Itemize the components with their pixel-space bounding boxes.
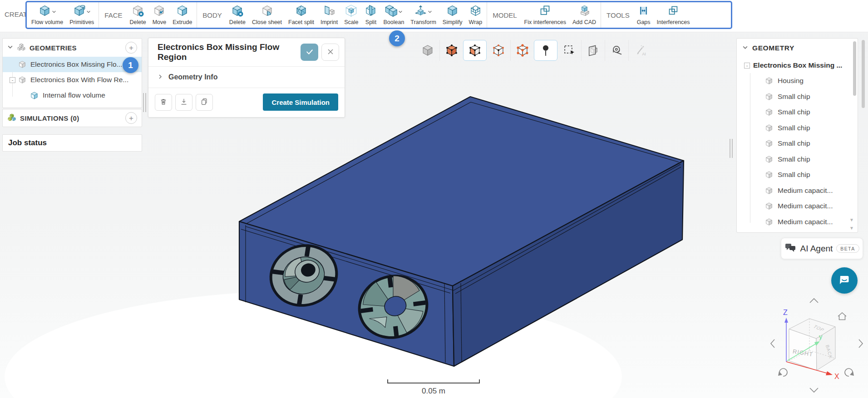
scene-tree-item-6[interactable]: Small chip — [737, 167, 858, 183]
toolbar-button-transform[interactable]: Transform — [407, 4, 439, 26]
toolbar-button-flow-volume[interactable]: Flow volume — [28, 4, 66, 26]
add-geometry-button[interactable]: + — [125, 42, 137, 54]
chevron-down-icon[interactable] — [398, 10, 403, 14]
scene-tree-item-0[interactable]: Housing — [737, 73, 858, 89]
scroll-down-indicator[interactable]: ▼ — [849, 226, 854, 231]
cancel-button[interactable] — [321, 44, 339, 61]
navigation-cube[interactable]: RIGHT TOP BACK Z y X — [765, 294, 868, 398]
select-face-icon — [469, 44, 481, 57]
box-select-button[interactable] — [557, 40, 581, 61]
primitives-icon — [73, 5, 85, 19]
home-view-button[interactable] — [838, 313, 846, 320]
clip-plane-button[interactable] — [581, 40, 605, 61]
copy-geometry-button[interactable] — [196, 94, 213, 111]
scene-tree-item-5[interactable]: Small chip — [737, 152, 858, 167]
add-simulation-button[interactable]: + — [125, 112, 137, 124]
toolbar-button-split[interactable]: Split — [361, 4, 380, 26]
scene-tree-item-3[interactable]: Small chip — [737, 120, 858, 136]
toolbar-button-imprint[interactable]: Imprint — [317, 4, 341, 26]
transform-icon — [414, 5, 427, 19]
toolbar-button-scale[interactable]: Scale — [341, 4, 361, 26]
toolbar-button-boolean[interactable]: Boolean — [380, 4, 407, 26]
toolbar-group-face: FACE Delete Move Extrude — [99, 2, 197, 28]
select-body-button[interactable] — [416, 40, 439, 61]
scale-bar-line — [387, 383, 480, 383]
left-panel-resize-handle[interactable] — [143, 93, 146, 112]
geometries-header[interactable]: GEOMETRIES + — [3, 39, 142, 57]
collapse-toggle[interactable]: - — [744, 63, 750, 69]
rotate-left-button[interactable] — [771, 339, 774, 348]
chevron-down-icon[interactable] — [52, 10, 56, 14]
toolbar-button-extrude[interactable]: Extrude — [169, 4, 195, 26]
close-sheet-icon — [261, 5, 273, 19]
scrollbar-thumb[interactable] — [853, 41, 856, 96]
collapse-toggle[interactable]: - — [10, 77, 15, 83]
z-axis-label: Z — [783, 309, 788, 316]
chevron-down-icon[interactable] — [7, 44, 13, 52]
support-chat-button[interactable] — [831, 267, 858, 294]
toolbar-button-gaps[interactable]: Gaps — [634, 4, 654, 26]
create-simulation-button[interactable]: Create Simulation — [263, 93, 338, 111]
scene-tree-item-2[interactable]: Small chip — [737, 104, 858, 120]
chat-bubbles-icon — [784, 242, 796, 255]
probe-point-button[interactable] — [534, 40, 557, 61]
toolbar-button-simplify[interactable]: Simplify — [439, 4, 466, 26]
ai-agent-button[interactable]: AI Agent BETA — [781, 238, 863, 259]
toolbar-button-interferences[interactable]: Interferences — [654, 4, 693, 26]
download-geometry-button[interactable] — [175, 94, 192, 111]
scene-tree-item-8[interactable]: Medium capacit... — [737, 198, 858, 214]
toolbar-button-primitives[interactable]: Primitives — [66, 4, 97, 26]
rotate-up-button[interactable] — [810, 299, 818, 303]
toolbar-button-delete[interactable]: Delete — [127, 4, 149, 26]
select-body-icon — [421, 44, 434, 57]
toolbar-button-delete[interactable]: Delete — [226, 4, 249, 26]
scene-tree-item-7[interactable]: Medium capacit... — [737, 183, 858, 199]
select-edge-button[interactable] — [487, 40, 510, 61]
toolbar-group-tools: TOOLS Gaps Interferences — [601, 2, 694, 28]
wrap-icon — [469, 5, 482, 19]
rotate-cw-button[interactable] — [845, 369, 854, 376]
toolbar-button-close-sheet[interactable]: Close sheet — [249, 4, 285, 26]
simulations-header[interactable]: SIMULATIONS (0) + — [3, 109, 142, 127]
application-window: CREATE Flow volume Primitives FACE Delet… — [0, 0, 868, 398]
toolbar-button-wrap[interactable]: Wrap — [466, 4, 486, 26]
scene-tree-root-row[interactable]: - Electronics Box Missing ... — [737, 58, 858, 73]
scene-tree-header[interactable]: GEOMETRY — [737, 39, 858, 58]
select-vertex-button[interactable] — [510, 40, 534, 61]
geometry-info-row[interactable]: Geometry Info — [148, 67, 345, 88]
toolbar-button-fix-interferences[interactable]: Fix interferences — [521, 4, 569, 26]
boolean-icon — [385, 5, 397, 19]
check-icon — [305, 47, 314, 58]
interferences-icon — [667, 5, 680, 19]
ai-assistant-button[interactable]: AI — [628, 40, 652, 61]
chevron-down-icon[interactable] — [86, 10, 91, 14]
geometry-tree-item-2[interactable]: Internal flow volume — [3, 88, 142, 103]
rotate-ccw-button[interactable] — [778, 369, 787, 376]
scene-tree-panel: GEOMETRY - Electronics Box Missing ... H… — [736, 38, 858, 233]
rotate-right-button[interactable] — [859, 339, 863, 348]
chat-bubble-icon — [838, 273, 851, 288]
chevron-down-icon[interactable] — [742, 44, 748, 52]
delete-geometry-button[interactable] — [155, 94, 172, 111]
rotate-down-button[interactable] — [810, 388, 818, 392]
ai-assistant-icon: AI — [634, 44, 647, 57]
page-scrollbar-thumb[interactable] — [862, 40, 865, 108]
toolbar-button-facet-split[interactable]: Facet split — [285, 4, 317, 26]
toolbar-button-add-cad[interactable]: Add CAD — [569, 4, 599, 26]
select-volume-button[interactable] — [439, 40, 463, 61]
right-panel-resize-handle[interactable] — [730, 139, 733, 158]
scene-tree-item-4[interactable]: Small chip — [737, 136, 858, 152]
scene-tree-item-1[interactable]: Small chip — [737, 89, 858, 105]
confirm-button[interactable] — [301, 44, 318, 61]
measure-button[interactable] — [605, 40, 628, 61]
scroll-down-indicator[interactable]: ▼ — [849, 217, 854, 222]
geometry-tree-item-0[interactable]: Electronics Box Missing Flo... — [3, 57, 142, 72]
close-icon — [327, 48, 334, 57]
chevron-down-icon[interactable] — [428, 10, 432, 14]
scale-bar-label: 0.05 m — [387, 387, 480, 396]
toolbar-button-move[interactable]: Move — [149, 4, 170, 26]
select-face-button[interactable] — [463, 40, 487, 61]
callout-step-2-badge: 2 — [389, 30, 405, 46]
geometry-tree-item-1[interactable]: - Electronics Box With Flow Re... — [3, 72, 142, 88]
scene-tree-item-9[interactable]: Medium capacit... — [737, 214, 858, 230]
